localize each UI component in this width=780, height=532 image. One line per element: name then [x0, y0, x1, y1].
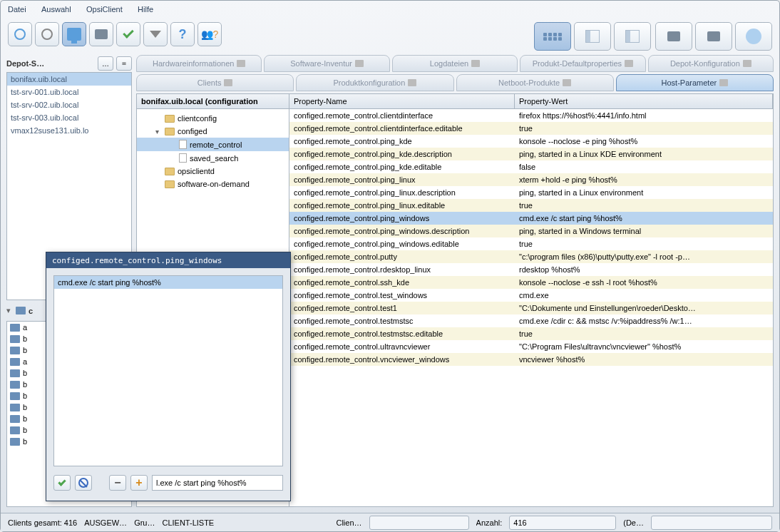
tree-item-clientconfig[interactable]: clientconfig — [137, 112, 289, 125]
popup-list-item[interactable]: cmd.exe /c start ping %host% — [54, 276, 282, 289]
tool-b-button[interactable] — [695, 22, 732, 51]
popup-value-list[interactable]: cmd.exe /c start ping %host% — [53, 275, 283, 466]
hint-button[interactable]: ? — [170, 22, 195, 46]
tree-item-opsiclientd[interactable]: opsiclientd — [137, 165, 289, 178]
tree-item-remote-control[interactable]: remote_control — [137, 138, 289, 151]
property-row[interactable]: configed.remote_control.ping_kdekonsole … — [289, 135, 773, 148]
property-row[interactable]: configed.remote_control.putty"c:\program… — [289, 250, 773, 263]
check-icon — [123, 27, 134, 39]
tree-label: configed — [178, 127, 207, 135]
client-icon — [10, 335, 20, 343]
property-body[interactable]: configed.remote_control.clientdinterface… — [289, 109, 773, 506]
tab-software-inventur[interactable]: Software-Inventur — [264, 55, 389, 72]
depot-item[interactable]: tst-srv-003.uib.local — [7, 111, 131, 124]
popup-apply-button[interactable] — [53, 475, 71, 491]
property-row[interactable]: configed.remote_control.rdesktop_linuxrd… — [289, 263, 773, 276]
property-col-name[interactable]: Property-Name — [289, 94, 515, 108]
property-row[interactable]: configed.remote_control.ssh_kdekonsole -… — [289, 276, 773, 289]
property-row[interactable]: configed.remote_control.test1"C:\Dokumen… — [289, 302, 773, 314]
tab-depot-konfiguration[interactable]: Depot-Konfiguration — [648, 55, 774, 72]
depot-item[interactable]: tst-srv-002.uib.local — [7, 98, 131, 111]
menu-hilfe[interactable]: Hilfe — [138, 5, 153, 14]
refresh-icon — [14, 29, 26, 40]
grid-view-button[interactable] — [534, 22, 571, 51]
sync-button[interactable] — [35, 22, 59, 46]
tree-label: software-on-demand — [178, 180, 250, 188]
tab-hardwareinformationen[interactable]: Hardwareinformationen — [136, 55, 262, 72]
property-row[interactable]: configed.remote_control.clientdinterface… — [289, 109, 773, 122]
popup-remove-button[interactable]: − — [109, 475, 126, 491]
tree-item-software-on-demand[interactable]: software-on-demand — [137, 178, 289, 190]
property-row[interactable]: configed.remote_control.ping_linux.descr… — [289, 186, 773, 199]
status-clien-field[interactable] — [369, 516, 469, 530]
property-row[interactable]: configed.remote_control.ping_linuxxterm … — [289, 173, 773, 186]
tab-logdateien[interactable]: Logdateien — [392, 55, 518, 72]
minus-icon: − — [114, 476, 120, 489]
users-help-button[interactable]: 👥? — [197, 22, 222, 46]
toolbar-spacer — [226, 22, 530, 51]
refresh-button[interactable] — [8, 22, 32, 46]
popup-value-input[interactable] — [152, 475, 283, 491]
popup-cancel-button[interactable] — [75, 475, 92, 491]
tool-a-button[interactable] — [655, 22, 692, 51]
depot-item[interactable]: bonifax.uib.local — [7, 73, 131, 86]
detail-view-button[interactable] — [574, 22, 611, 51]
tool-a-icon — [667, 31, 680, 41]
client-icon — [10, 426, 20, 434]
property-row[interactable]: configed.remote_control.testmstsccmd.exe… — [289, 314, 773, 327]
property-col-wert[interactable]: Property-Wert — [515, 94, 773, 108]
clients-button[interactable] — [89, 22, 113, 46]
tree-item-configed[interactable]: ▾configed — [137, 125, 289, 138]
tab-host-parameter[interactable]: Host-Parameter — [616, 74, 774, 91]
status-anzahl-field[interactable]: 416 — [509, 516, 616, 530]
tab-produkt-defaultproperties[interactable]: Produkt-Defaultproperties — [520, 55, 645, 72]
depot-item[interactable]: tst-srv-001.uib.local — [7, 86, 131, 98]
file-icon — [179, 140, 187, 149]
expand-view-button[interactable] — [614, 22, 651, 51]
property-wert-cell: "C:\Program Files\ultravnc\vncviewer" %h… — [515, 340, 773, 353]
property-row[interactable]: configed.remote_control.ping_windows.des… — [289, 225, 773, 237]
property-row[interactable]: configed.remote_control.testmstsc.editab… — [289, 327, 773, 340]
property-row[interactable]: configed.remote_control.clientdinterface… — [289, 122, 773, 135]
config-tree-body[interactable]: clientconfig▾configedremote_controlsaved… — [137, 109, 289, 193]
status-de-field[interactable] — [651, 516, 772, 530]
detail-icon — [585, 30, 600, 43]
property-row[interactable]: configed.remote_control.ping_linux.edita… — [289, 199, 773, 212]
property-row[interactable]: configed.remote_control.ping_kde.editabl… — [289, 160, 773, 173]
tab-clients[interactable]: Clients — [136, 74, 294, 91]
depot-ellipsis-button[interactable]: … — [98, 56, 113, 71]
tab-label: Logdateien — [430, 59, 468, 68]
tab-netboot-produkte[interactable]: Netboot-Produkte — [456, 74, 614, 91]
property-row[interactable]: configed.remote_control.ping_windows.edi… — [289, 237, 773, 250]
depot-item[interactable]: vmax12suse131.uib.lo — [7, 124, 131, 137]
property-row[interactable]: configed.remote_control.ping_windowscmd.… — [289, 212, 773, 225]
property-row[interactable]: configed.remote_control.test_windowscmd.… — [289, 289, 773, 302]
property-wert-cell: ping, started in a Linux KDE environment — [515, 148, 773, 160]
menu-opsiclient[interactable]: OpsiClient — [86, 5, 123, 14]
client-icon — [10, 369, 20, 377]
depot-eq-button[interactable]: ＝ — [116, 56, 132, 71]
clients-group-icon — [16, 307, 26, 314]
clients-toggle[interactable]: ▾ — [6, 306, 13, 315]
tab-label: Depot-Konfiguration — [670, 59, 740, 68]
tab-icon — [237, 60, 245, 67]
menu-auswahl[interactable]: Auswahl — [41, 5, 71, 14]
property-row[interactable]: configed.remote_control.ping_kde.descrip… — [289, 148, 773, 160]
property-name-cell: configed.remote_control.ping_windows.edi… — [289, 237, 515, 250]
property-row[interactable]: configed.remote_control.ultravncviewer"C… — [289, 340, 773, 353]
client-label: b — [23, 414, 27, 423]
popup-add-button[interactable]: + — [130, 475, 148, 491]
client-label: b — [23, 369, 27, 377]
menu-datei[interactable]: Datei — [8, 5, 26, 14]
tool-c-button[interactable] — [735, 22, 772, 51]
property-row[interactable]: configed.remote_control.vncviewer_window… — [289, 353, 773, 366]
apply-button[interactable] — [116, 22, 140, 46]
property-wert-cell: firefox https://%host%:4441/info.html — [515, 109, 773, 122]
filter-button[interactable] — [143, 22, 168, 46]
tab-produktkonfiguration[interactable]: Produktkonfiguration — [296, 74, 453, 91]
add-client-button[interactable] — [62, 22, 86, 46]
property-name-cell: configed.remote_control.vncviewer_window… — [289, 353, 515, 366]
property-name-cell: configed.remote_control.ping_windows — [289, 212, 515, 225]
tree-item-saved-search[interactable]: saved_search — [137, 151, 289, 165]
config-tree-header: bonifax.uib.local (configuration — [137, 94, 289, 109]
